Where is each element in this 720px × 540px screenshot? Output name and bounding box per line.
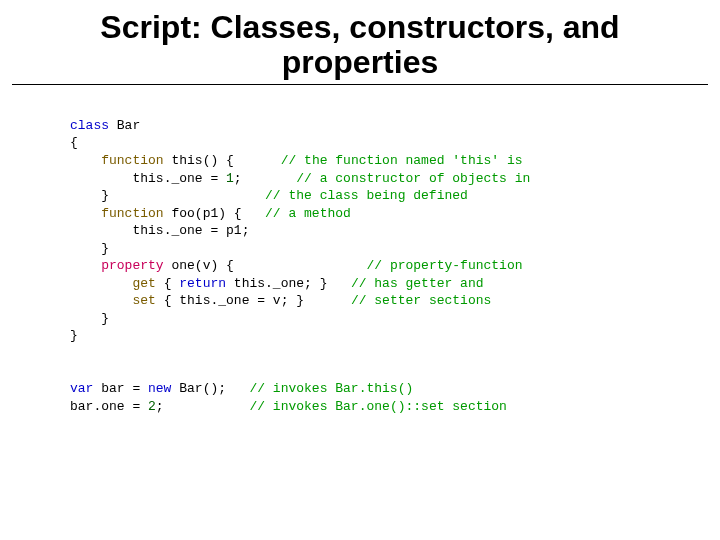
code-block: class Bar { function this() { // the fun… — [70, 99, 720, 415]
comment: // invokes Bar.one()::set section — [249, 399, 506, 414]
comment: // property-function — [366, 258, 522, 273]
comment: // the class being defined — [265, 188, 468, 203]
keyword-property: property — [101, 258, 163, 273]
code-line: } // the class being defined — [70, 188, 468, 203]
indent — [70, 171, 132, 186]
code-text: this._one = — [132, 171, 226, 186]
code-text: } — [101, 241, 109, 256]
code-text: bar = — [93, 381, 148, 396]
keyword-var: var — [70, 381, 93, 396]
indent — [70, 206, 101, 221]
slide-title: Script: Classes, constructors, and prope… — [12, 0, 708, 85]
indent — [70, 188, 101, 203]
code-text: Bar(); — [171, 381, 249, 396]
code-text: } — [101, 188, 265, 203]
keyword-class: class — [70, 118, 109, 133]
comment: // a method — [265, 206, 351, 221]
code-line: get { return this._one; } // has getter … — [70, 276, 484, 291]
code-line: class Bar — [70, 118, 140, 133]
code-text: this() { — [164, 153, 281, 168]
code-line: function foo(p1) { // a method — [70, 206, 351, 221]
comment: // setter sections — [351, 293, 491, 308]
keyword-get: get — [132, 276, 155, 291]
code-text: { this._one = v; } — [156, 293, 351, 308]
keyword-set: set — [132, 293, 155, 308]
number-literal: 1 — [226, 171, 234, 186]
slide: Script: Classes, constructors, and prope… — [0, 0, 720, 540]
keyword-return: return — [179, 276, 226, 291]
code-line: property one(v) { // property-function — [70, 258, 523, 273]
code-line: } — [70, 241, 109, 256]
indent — [70, 258, 101, 273]
code-text: ; — [234, 171, 296, 186]
code-line: bar.one = 2; // invokes Bar.one()::set s… — [70, 399, 507, 414]
code-text: foo(p1) { — [164, 206, 265, 221]
code-line: } — [70, 311, 109, 326]
indent — [70, 241, 101, 256]
code-line: set { this._one = v; } // setter section… — [70, 293, 491, 308]
keyword-new: new — [148, 381, 171, 396]
code-text: ; — [156, 399, 250, 414]
code-line: { — [70, 135, 78, 150]
code-line: function this() { // the function named … — [70, 153, 523, 168]
code-line: } — [70, 328, 78, 343]
code-line: this._one = p1; — [70, 223, 249, 238]
keyword-function: function — [101, 153, 163, 168]
comment: // has getter and — [351, 276, 484, 291]
code-text: bar.one = — [70, 399, 148, 414]
number-literal: 2 — [148, 399, 156, 414]
indent — [70, 153, 101, 168]
blank-line — [70, 346, 78, 361]
code-text: this._one = p1; — [132, 223, 249, 238]
code-line: var bar = new Bar(); // invokes Bar.this… — [70, 381, 413, 396]
code-text: this._one; } — [226, 276, 351, 291]
indent — [70, 293, 132, 308]
code-text: one(v) { — [164, 258, 367, 273]
blank-line — [70, 364, 78, 379]
indent — [70, 311, 101, 326]
code-text: Bar — [109, 118, 140, 133]
keyword-function: function — [101, 206, 163, 221]
code-text: } — [101, 311, 109, 326]
comment: // the function named 'this' is — [281, 153, 523, 168]
indent — [70, 276, 132, 291]
indent — [70, 223, 132, 238]
code-text: { — [156, 276, 179, 291]
comment: // a constructor of objects in — [296, 171, 530, 186]
comment: // invokes Bar.this() — [249, 381, 413, 396]
code-line: this._one = 1; // a constructor of objec… — [70, 171, 530, 186]
